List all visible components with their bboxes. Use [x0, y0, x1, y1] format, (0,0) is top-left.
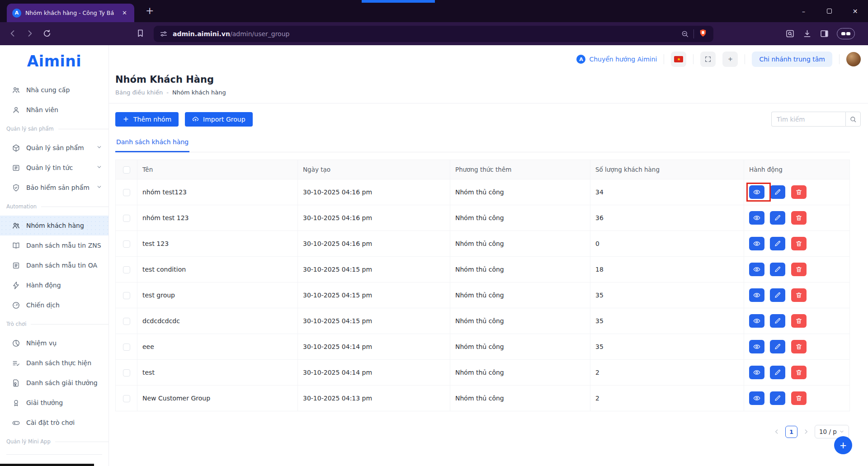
sidebar-item-bao-hiem-san-pham[interactable]: Bảo hiểm sản phẩm — [0, 178, 108, 198]
eye-icon — [753, 317, 760, 325]
sidebar-collapse-button[interactable] — [0, 455, 108, 462]
row-checkbox[interactable] — [123, 189, 130, 196]
cell-method: Nhóm thủ công — [450, 257, 590, 282]
user-avatar[interactable] — [846, 52, 861, 66]
search-tab-icon[interactable] — [681, 30, 689, 38]
edit-button[interactable] — [770, 237, 785, 250]
row-checkbox[interactable] — [123, 318, 130, 325]
window-minimize-button[interactable]: – — [791, 0, 816, 22]
delete-button[interactable] — [791, 391, 807, 405]
next-page-button[interactable] — [803, 428, 809, 435]
breadcrumb-root[interactable]: Bảng điều khiển — [115, 89, 163, 96]
brave-shield-icon[interactable] — [698, 28, 708, 39]
back-button[interactable] — [8, 29, 17, 40]
row-checkbox[interactable] — [123, 344, 130, 351]
language-button[interactable]: ★ — [671, 52, 686, 67]
pencil-icon — [774, 214, 781, 221]
row-checkbox[interactable] — [123, 369, 130, 377]
edit-button[interactable] — [770, 314, 785, 328]
view-button[interactable] — [749, 340, 764, 353]
sidebar-item-nhiem-vu[interactable]: Nhiệm vụ — [0, 333, 108, 353]
cell-count: 36 — [590, 205, 744, 231]
sidebar-item-danh-sach-thuc-hien[interactable]: Danh sách thực hiện — [0, 353, 108, 373]
sidebar-search-button[interactable] — [785, 29, 795, 38]
edit-button[interactable] — [770, 211, 785, 225]
view-button[interactable] — [749, 211, 764, 225]
sidebar-item-nhan-vien[interactable]: Nhân viên — [0, 100, 108, 120]
delete-button[interactable] — [791, 340, 807, 353]
delete-button[interactable] — [791, 185, 807, 199]
prev-page-button[interactable] — [774, 428, 780, 435]
tab-danh-sach-khach-hang[interactable]: Danh sách khách hàng — [115, 137, 189, 152]
downloads-button[interactable] — [802, 29, 812, 38]
sidebar-item-nhom-khach-hang[interactable]: Nhóm khách hàng — [0, 216, 108, 235]
add-widget-button[interactable]: + — [722, 52, 738, 67]
tab-close-icon[interactable]: ✕ — [120, 9, 129, 17]
view-button[interactable] — [749, 237, 764, 250]
view-button[interactable] — [749, 185, 764, 199]
edit-button[interactable] — [770, 288, 785, 302]
browser-tab-strip: A Nhóm khách hàng - Công Ty Bá ✕ + – ✕ — [0, 0, 868, 22]
view-button[interactable] — [749, 263, 764, 276]
select-all-checkbox[interactable] — [123, 166, 130, 174]
cell-name: nhóm test123 — [137, 179, 298, 205]
row-checkbox[interactable] — [123, 215, 130, 222]
view-button[interactable] — [749, 314, 764, 328]
delete-button[interactable] — [791, 288, 807, 302]
delete-button[interactable] — [791, 211, 807, 225]
view-button[interactable] — [749, 288, 764, 302]
back-icon — [8, 29, 17, 38]
sidebar-item-label: Danh sách mẫu tin OA — [26, 262, 97, 269]
sidebar-item-cai-dat-tro-choi[interactable]: Cài đặt trò chơi — [0, 413, 108, 433]
site-settings-icon[interactable] — [160, 30, 168, 38]
window-maximize-button[interactable] — [816, 0, 842, 22]
view-button-wrap — [749, 366, 768, 379]
sidebar-item-nha-cung-cap[interactable]: Nhà cung cấp — [0, 80, 108, 100]
side-panel-button[interactable] — [820, 29, 829, 38]
row-checkbox[interactable] — [123, 266, 130, 273]
browser-tab[interactable]: A Nhóm khách hàng - Công Ty Bá ✕ — [7, 4, 134, 22]
import-group-button[interactable]: Import Group — [185, 112, 253, 127]
sidebar-item-chien-dich[interactable]: Chiến dịch — [0, 295, 108, 315]
new-tab-button[interactable]: + — [146, 5, 154, 16]
view-button[interactable] — [749, 366, 764, 379]
edit-button[interactable] — [770, 391, 785, 405]
delete-button[interactable] — [791, 237, 807, 250]
fullscreen-button[interactable] — [700, 52, 716, 67]
table-row: nhóm test 123 30-10-2025 04:16 pm Nhóm t… — [116, 205, 850, 231]
sidebar-item-hanh-dong[interactable]: Hành động — [0, 275, 108, 295]
edit-button[interactable] — [770, 185, 785, 199]
search-button[interactable] — [845, 112, 861, 127]
delete-button[interactable] — [791, 314, 807, 328]
window-close-button[interactable]: ✕ — [842, 0, 868, 22]
edit-button[interactable] — [770, 263, 785, 276]
brave-wallet-button[interactable] — [837, 28, 855, 39]
floating-add-button[interactable]: + — [834, 436, 852, 454]
sidebar-item-danh-sach-mau-tin-oa[interactable]: Danh sách mẫu tin OA — [0, 255, 108, 275]
row-checkbox[interactable] — [123, 292, 130, 299]
delete-button[interactable] — [791, 366, 807, 379]
edit-button[interactable] — [770, 366, 785, 379]
edit-button[interactable] — [770, 340, 785, 353]
sidebar-item-quan-ly-san-pham[interactable]: Quản lý sản phẩm — [0, 138, 108, 158]
delete-button[interactable] — [791, 263, 807, 276]
view-button[interactable] — [749, 391, 764, 405]
page-number[interactable]: 1 — [785, 426, 797, 438]
sidebar-item-danh-sach-mau-tin-zns[interactable]: Danh sách mẫu tin ZNS — [0, 235, 108, 255]
forward-button[interactable] — [25, 29, 34, 40]
add-group-button[interactable]: Thêm nhóm — [115, 112, 179, 127]
bookmark-button[interactable] — [136, 28, 145, 40]
reload-button[interactable] — [42, 29, 52, 40]
sidebar-item-quan-ly-tin-tuc[interactable]: Quản lý tin tức — [0, 158, 108, 178]
row-checkbox[interactable] — [123, 395, 130, 402]
sidebar-item-label: Quản lý tin tức — [26, 164, 73, 171]
branch-button[interactable]: Chi nhánh trung tâm — [752, 52, 832, 67]
redirect-aimini-link[interactable]: A Chuyển hướng Aimini — [576, 55, 657, 64]
search-input[interactable] — [771, 112, 845, 127]
sidebar-item-danh-sach-giai-thuong[interactable]: Danh sách giải thưởng — [0, 373, 108, 393]
url-bar[interactable]: admin.aimini.vn/admin/user_group — [154, 26, 713, 42]
eye-icon — [753, 188, 760, 196]
sidebar-item-giai-thuong[interactable]: Giải thưởng — [0, 393, 108, 413]
row-checkbox[interactable] — [123, 240, 130, 248]
group-table: Tên Ngày tạo Phương thức thêm Số lượng k… — [115, 160, 850, 411]
